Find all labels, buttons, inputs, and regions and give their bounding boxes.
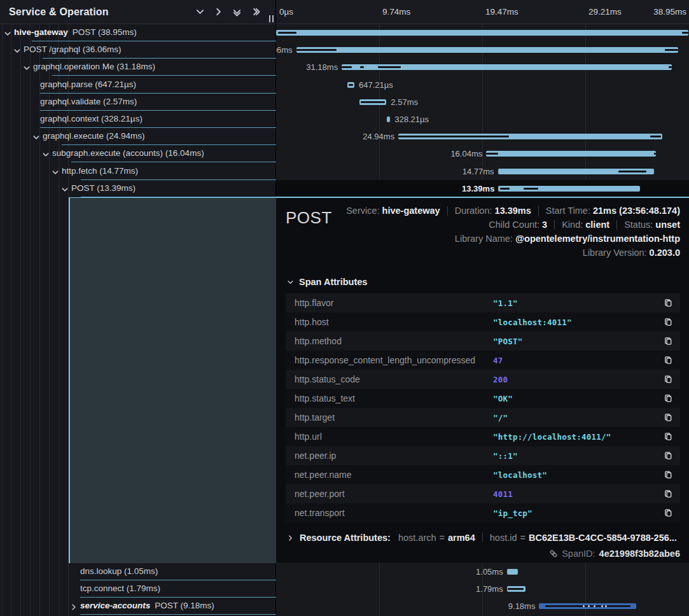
attribute-value: "::1" (493, 451, 662, 461)
chevron-right-icon[interactable] (70, 602, 78, 613)
span-attributes-toggle[interactable]: Span Attributes (287, 277, 680, 287)
span-duration-label: 328.21µs (394, 115, 429, 124)
chevron-down-icon[interactable] (4, 29, 11, 40)
timeline-row[interactable]: 24.94ms (276, 128, 689, 145)
span-bar[interactable] (342, 64, 672, 70)
span-id-row: SpanID: 4e21998f3b82abe6 (286, 549, 680, 559)
timeline-row[interactable]: 647.21µs (276, 76, 689, 94)
span-bar[interactable] (498, 186, 640, 192)
span-duration-label: 1.79ms (476, 584, 503, 594)
expand-one-icon[interactable] (213, 7, 223, 17)
span-duration-label: 16.04ms (450, 149, 482, 158)
ruler-tick: 29.21ms (588, 7, 622, 17)
span-label: tcp.connect (1.79ms) (80, 584, 160, 593)
collapse-all-icon[interactable] (232, 7, 242, 17)
copy-icon[interactable] (662, 354, 674, 366)
attribute-key: net.peer.port (295, 489, 493, 499)
copy-icon[interactable] (662, 507, 674, 519)
timeline-row[interactable]: 16.04ms (276, 145, 689, 162)
timeline-row[interactable]: 38.95ms (276, 24, 689, 41)
copy-icon[interactable] (662, 431, 674, 442)
chevron-down-icon[interactable] (42, 150, 50, 161)
child-span-marker (654, 153, 656, 155)
chevron-down-icon[interactable] (52, 167, 59, 179)
attribute-row: net.transport"ip_tcp" (286, 503, 680, 522)
timeline-row[interactable]: 13.39ms (276, 180, 689, 197)
span-bar[interactable] (507, 569, 518, 575)
span-label: dns.lookup (1.05ms) (80, 566, 158, 576)
span-tree-row[interactable]: tcp.connect (1.79ms) (0, 580, 276, 598)
equals: = (440, 533, 445, 543)
timeline-row[interactable]: 31.18ms (276, 59, 689, 76)
copy-icon[interactable] (662, 316, 674, 328)
copy-icon[interactable] (662, 450, 674, 461)
timeline-row[interactable]: 14.77ms (276, 163, 689, 180)
ruler-tick: 9.74ms (382, 7, 410, 17)
timeline-row[interactable]: 328.21µs (276, 111, 689, 128)
span-label: POST (13.39ms) (71, 183, 136, 193)
span-bar[interactable] (387, 116, 390, 122)
timeline-row[interactable]: 2.57ms (276, 94, 689, 111)
span-bar[interactable] (498, 169, 655, 174)
chevron-down-icon[interactable] (23, 63, 31, 74)
span-meta-line: Service: hive-gatewayDuration: 13.39msSt… (332, 204, 680, 218)
span-tree-row[interactable]: graphql.context (328.21µs) (0, 111, 276, 128)
copy-icon[interactable] (662, 412, 674, 423)
meta-label: Service: (346, 206, 379, 216)
resource-key: host.id (490, 533, 517, 543)
chevron-down-icon[interactable] (32, 132, 40, 144)
span-tree-row[interactable]: http.fetch (14.77ms) (0, 163, 276, 180)
span-label: graphql.parse (647.21µs) (40, 80, 136, 89)
span-label: graphql.context (328.21µs) (40, 114, 143, 123)
span-bar[interactable] (507, 586, 526, 592)
ruler-tick: 19.47ms (485, 7, 518, 17)
copy-icon[interactable] (662, 297, 674, 309)
span-bar[interactable] (486, 151, 656, 157)
selected-span-region[interactable] (69, 197, 276, 563)
copy-icon[interactable] (662, 469, 674, 480)
timeline-row[interactable]: 1.05ms (276, 563, 689, 580)
copy-icon[interactable] (662, 488, 674, 500)
copy-icon[interactable] (662, 393, 674, 404)
timeline-row[interactable]: 1.79ms (276, 580, 689, 598)
column-resize-handle[interactable] (269, 15, 274, 22)
span-bar[interactable] (296, 47, 678, 53)
meta-value: 0.203.0 (650, 248, 680, 258)
meta-label: Kind: (562, 220, 583, 230)
copy-icon[interactable] (662, 335, 674, 347)
attribute-row: http.status_text"OK" (286, 389, 680, 408)
resource-pair: host.arch=arm64 (398, 533, 475, 543)
span-bar[interactable] (359, 99, 387, 105)
attribute-key: http.status_code (295, 374, 493, 384)
span-tree-row[interactable]: hive-gatewayPOST (38.95ms) (0, 24, 276, 41)
span-bar[interactable] (347, 82, 354, 88)
child-span-marker (398, 136, 509, 137)
resource-attributes-row[interactable]: Resource Attributes: host.arch=arm64host… (287, 533, 680, 543)
span-tree-row[interactable]: POST /graphql (36.06ms) (0, 41, 276, 59)
span-tree-row[interactable]: graphql.execute (24.94ms) (0, 128, 276, 145)
chevron-down-icon[interactable] (13, 46, 21, 57)
span-tree-row[interactable]: dns.lookup (1.05ms) (0, 563, 276, 580)
link-icon[interactable] (549, 549, 558, 558)
chevron-down-icon[interactable] (61, 185, 69, 196)
span-tree-row[interactable]: service-accountsPOST (9.18ms) (0, 598, 276, 615)
chevron-down-icon (287, 279, 294, 286)
attribute-key: http.host (295, 317, 493, 327)
span-tree-row[interactable]: POST (13.39ms) (0, 180, 276, 197)
span-tree-row[interactable]: graphql.operation Me (31.18ms) (0, 59, 276, 76)
span-tree-row[interactable]: graphql.parse (647.21µs) (0, 76, 276, 94)
expand-all-icon[interactable] (250, 7, 260, 17)
span-tree-row[interactable]: subgraph.execute (accounts) (16.04ms) (0, 145, 276, 162)
attribute-key: net.peer.name (295, 470, 493, 480)
attribute-value: 4011 (493, 489, 662, 499)
span-meta: Service: hive-gatewayDuration: 13.39msSt… (332, 204, 680, 260)
span-bar[interactable] (276, 30, 688, 36)
collapse-one-icon[interactable] (195, 7, 205, 17)
span-duration-label: 31.18ms (306, 62, 338, 72)
timeline-row[interactable]: 9.18ms (276, 598, 689, 615)
span-tree-row[interactable]: graphql.validate (2.57ms) (0, 94, 276, 111)
span-bar[interactable] (398, 134, 662, 139)
span-bar[interactable] (539, 603, 636, 609)
copy-icon[interactable] (662, 374, 674, 385)
timeline-row[interactable]: 36.06ms (276, 41, 689, 59)
